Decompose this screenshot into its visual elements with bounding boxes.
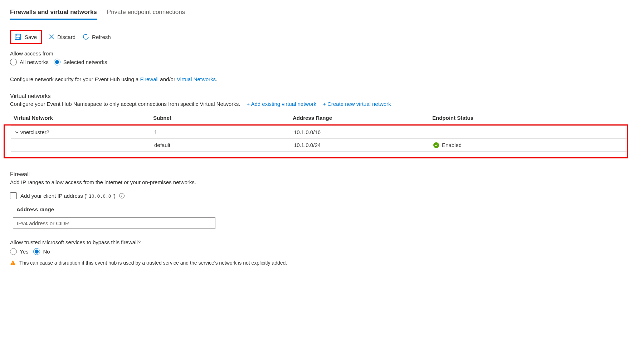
firewall-link[interactable]: Firewall xyxy=(140,76,159,82)
vnet-description: Configure your Event Hub Namespace to on… xyxy=(10,101,240,107)
vnet-name: vnetcluster2 xyxy=(20,129,49,135)
virtual-networks-link[interactable]: Virtual Networks xyxy=(177,76,216,82)
svg-rect-4 xyxy=(13,264,13,265)
address-range-label: Address range xyxy=(16,206,628,212)
allow-access-radio-group: All networks Selected networks xyxy=(10,59,628,65)
vnet-section-title: Virtual networks xyxy=(10,93,628,99)
add-client-ip-checkbox[interactable] xyxy=(10,192,17,199)
save-icon xyxy=(15,34,21,40)
radio-selected-networks[interactable]: Selected networks xyxy=(54,59,107,65)
radio-icon xyxy=(10,59,17,65)
trusted-warning-text: This can cause a disruption if this even… xyxy=(19,260,287,266)
radio-no-label: No xyxy=(43,249,50,255)
col-subnet: Subnet xyxy=(153,115,293,121)
vnet-range: 10.1.0.0/24 xyxy=(294,142,433,148)
vnet-range: 10.1.0.0/16 xyxy=(294,129,433,135)
vnet-table-header: Virtual Network Subnet Address Range End… xyxy=(10,111,628,124)
add-existing-vnet-link[interactable]: + Add existing virtual network xyxy=(247,101,316,107)
check-icon xyxy=(433,142,439,148)
table-row[interactable]: default 10.1.0.0/24 Enabled xyxy=(11,138,627,152)
trusted-warning: This can cause a disruption if this even… xyxy=(10,260,628,266)
vnet-subnet: 1 xyxy=(154,129,294,135)
refresh-icon xyxy=(83,34,89,40)
radio-icon xyxy=(54,59,60,65)
warning-icon xyxy=(10,260,16,266)
trusted-services-label: Allow trusted Microsoft services to bypa… xyxy=(10,239,628,245)
vnet-table-highlight: vnetcluster2 1 10.1.0.0/16 default 10.1.… xyxy=(4,124,628,158)
info-icon[interactable]: i xyxy=(119,193,125,198)
firewall-section-title: Firewall xyxy=(10,171,628,178)
save-button[interactable]: Save xyxy=(25,34,37,40)
vnet-status: Enabled xyxy=(442,142,462,148)
refresh-button[interactable]: Refresh xyxy=(82,32,112,41)
tab-private-endpoints[interactable]: Private endpoint connections xyxy=(107,9,185,20)
table-row[interactable]: vnetcluster2 1 10.1.0.0/16 xyxy=(11,126,627,138)
allow-access-label: Allow access from xyxy=(10,50,628,56)
create-new-vnet-link[interactable]: + Create new virtual network xyxy=(323,101,391,107)
col-address-range: Address Range xyxy=(293,115,432,121)
vnet-subnet: default xyxy=(154,142,294,148)
radio-icon xyxy=(33,248,40,255)
radio-selected-networks-label: Selected networks xyxy=(63,59,107,65)
vnet-actions-row: Configure your Event Hub Namespace to on… xyxy=(10,101,628,107)
svg-rect-2 xyxy=(16,37,20,39)
refresh-label: Refresh xyxy=(92,34,111,40)
tab-firewalls[interactable]: Firewalls and virtual networks xyxy=(10,9,97,20)
col-endpoint-status: Endpoint Status xyxy=(432,115,624,121)
radio-icon xyxy=(10,248,17,255)
trusted-radio-group: Yes No xyxy=(10,248,628,255)
radio-trusted-yes[interactable]: Yes xyxy=(10,248,28,255)
save-button-highlight: Save xyxy=(10,30,42,44)
toolbar: Save Discard Refresh xyxy=(10,30,628,44)
discard-label: Discard xyxy=(57,34,76,40)
vnet-table: Virtual Network Subnet Address Range End… xyxy=(10,111,628,158)
svg-rect-3 xyxy=(13,262,13,264)
radio-trusted-no[interactable]: No xyxy=(33,248,50,255)
col-virtual-network: Virtual Network xyxy=(14,115,153,121)
tab-bar: Firewalls and virtual networks Private e… xyxy=(10,9,628,20)
discard-button[interactable]: Discard xyxy=(48,33,76,41)
add-client-ip-row: Add your client IP address (' 10.0.0.0 '… xyxy=(10,192,628,199)
radio-all-networks-label: All networks xyxy=(20,59,49,65)
svg-rect-1 xyxy=(16,34,19,36)
close-icon xyxy=(49,34,54,40)
configure-description: Configure network security for your Even… xyxy=(10,76,628,82)
add-client-ip-label: Add your client IP address (' 10.0.0.0 '… xyxy=(20,193,116,199)
radio-yes-label: Yes xyxy=(20,249,28,255)
address-range-input[interactable] xyxy=(13,217,215,229)
firewall-description: Add IP ranges to allow access from the i… xyxy=(10,179,628,185)
radio-all-networks[interactable]: All networks xyxy=(10,59,49,65)
chevron-down-icon[interactable] xyxy=(15,130,19,134)
